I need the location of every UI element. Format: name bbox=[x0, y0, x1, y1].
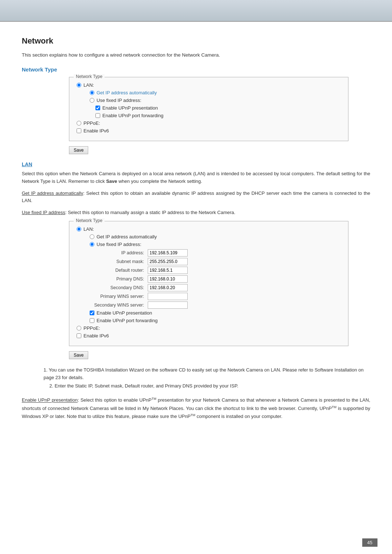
get-ip-auto-label-2: Get IP address automatically bbox=[97, 234, 157, 239]
secondary-wins-input[interactable] bbox=[148, 301, 188, 309]
enable-upnp-group: Enable UPnP presentation bbox=[95, 105, 341, 111]
use-fixed-ip-label-2: Use fixed IP address: bbox=[97, 242, 141, 247]
enable-upnp-group-2: Enable UPnP presentation bbox=[90, 310, 341, 316]
use-fixed-ip-group-2: Use fixed IP address: bbox=[90, 242, 341, 247]
upnp-text-1: : Select this option to enable UPnP bbox=[78, 398, 152, 403]
pppoe-radio-group: PPPoE: bbox=[77, 120, 341, 126]
secondary-dns-label: Secondary DNS: bbox=[90, 285, 148, 290]
enable-upnp-port-checkbox-2[interactable] bbox=[90, 318, 94, 323]
secondary-dns-row: Secondary DNS: bbox=[90, 284, 341, 291]
lan-radio-2[interactable] bbox=[77, 227, 81, 231]
pppoe-radio-group-2: PPPoE: bbox=[77, 325, 341, 331]
upnp-tm-3: TM bbox=[191, 413, 195, 417]
get-ip-link: Get IP address automatically bbox=[22, 190, 83, 196]
get-ip-auto-label: Get IP address automatically bbox=[97, 90, 157, 95]
pppoe-label-2: PPPoE: bbox=[83, 325, 100, 331]
top-bar bbox=[0, 0, 392, 22]
enable-ipv6-group: Enable IPv6 bbox=[77, 128, 341, 134]
pppoe-radio-2[interactable] bbox=[77, 326, 81, 331]
note-1-text: 1. You can use the TOSHIBA Installation … bbox=[44, 367, 364, 380]
enable-upnp-checkbox[interactable] bbox=[95, 106, 100, 110]
use-fixed-link: Use fixed IP address bbox=[22, 210, 65, 215]
lan-label-2: LAN: bbox=[83, 226, 94, 232]
lan-radio-group: LAN: bbox=[77, 82, 341, 88]
enable-upnp-checkbox-2[interactable] bbox=[90, 311, 94, 315]
lan-label: LAN: bbox=[83, 82, 94, 88]
pppoe-label: PPPoE: bbox=[83, 120, 100, 126]
ip-address-input[interactable] bbox=[148, 249, 188, 257]
enable-upnp-label-2: Enable UPnP presentation bbox=[97, 310, 152, 316]
note-2: 2. Enter the Static IP, Subnet mask, Def… bbox=[44, 382, 370, 390]
get-ip-description: Get IP address automatically: Select thi… bbox=[22, 190, 370, 205]
intro-text: This section explains how to configure a… bbox=[22, 52, 370, 58]
network-type-box-1: Network Type LAN: Get IP address automat… bbox=[69, 77, 348, 141]
get-ip-auto-radio[interactable] bbox=[90, 90, 94, 95]
network-type-box-2: Network Type LAN: Get IP address automat… bbox=[69, 221, 348, 346]
enable-upnp-port-checkbox[interactable] bbox=[95, 113, 100, 118]
save-button-1[interactable]: Save bbox=[69, 146, 88, 154]
subnet-mask-row: Subnet mask: bbox=[90, 258, 341, 265]
notes-list: 1. You can use the TOSHIBA Installation … bbox=[44, 366, 370, 390]
lan-description: Select this option when the Network Came… bbox=[22, 170, 370, 185]
pppoe-radio[interactable] bbox=[77, 121, 81, 126]
enable-upnp-port-label-2: Enable UPnP port forwarding bbox=[97, 318, 158, 323]
use-fixed-ip-radio[interactable] bbox=[90, 98, 94, 103]
subnet-mask-input[interactable] bbox=[148, 258, 188, 265]
page-title: Network bbox=[22, 36, 370, 46]
page-number: 45 bbox=[362, 538, 377, 547]
enable-upnp-port-group-2: Enable UPnP port forwarding bbox=[90, 318, 341, 323]
use-fixed-ip-label: Use fixed IP address: bbox=[97, 98, 141, 103]
enable-ipv6-checkbox-2[interactable] bbox=[77, 333, 81, 338]
use-fixed-ip-group: Use fixed IP address: bbox=[90, 98, 341, 103]
box-legend-2: Network Type bbox=[74, 218, 105, 223]
primary-dns-input[interactable] bbox=[148, 275, 188, 283]
upnp-description: Enable UPnP presentation: Select this op… bbox=[22, 396, 370, 420]
upnp-text-4: component is installed on your computer. bbox=[195, 414, 282, 419]
get-ip-auto-radio-2[interactable] bbox=[90, 234, 94, 239]
secondary-dns-input[interactable] bbox=[148, 284, 188, 291]
enable-ipv6-checkbox[interactable] bbox=[77, 128, 81, 133]
use-fixed-ip-radio-2[interactable] bbox=[90, 242, 94, 247]
enable-ipv6-label-2: Enable IPv6 bbox=[83, 333, 109, 338]
upnp-link: Enable UPnP presentation bbox=[22, 398, 78, 403]
box-legend-1: Network Type bbox=[74, 74, 105, 79]
use-fixed-desc: : Select this option to manually assign … bbox=[65, 210, 236, 215]
ip-address-label: IP address: bbox=[90, 250, 148, 255]
default-router-row: Default router: bbox=[90, 267, 341, 274]
enable-upnp-label: Enable UPnP presentation bbox=[102, 105, 158, 111]
note-2-text: 2. Enter the Static IP, Subnet mask, Def… bbox=[49, 383, 238, 389]
enable-upnp-port-group: Enable UPnP port forwarding bbox=[95, 113, 341, 118]
get-ip-auto-group: Get IP address automatically bbox=[90, 90, 341, 95]
subnet-mask-label: Subnet mask: bbox=[90, 259, 148, 264]
secondary-wins-label: Secondary WINS server: bbox=[90, 303, 148, 308]
lan-radio[interactable] bbox=[77, 83, 81, 87]
primary-wins-input[interactable] bbox=[148, 293, 188, 300]
network-type-heading: Network Type bbox=[22, 66, 370, 73]
note-1: 1. You can use the TOSHIBA Installation … bbox=[44, 366, 370, 382]
upnp-tm-1: TM bbox=[152, 397, 156, 401]
ip-fields-table: IP address: Subnet mask: Default router:… bbox=[90, 249, 341, 309]
primary-wins-row: Primary WINS server: bbox=[90, 293, 341, 300]
enable-ipv6-label: Enable IPv6 bbox=[83, 128, 109, 134]
get-ip-auto-group-2: Get IP address automatically bbox=[90, 234, 341, 239]
enable-upnp-port-label: Enable UPnP port forwarding bbox=[102, 113, 163, 118]
lan-heading: LAN bbox=[22, 161, 370, 167]
default-router-input[interactable] bbox=[148, 267, 188, 274]
upnp-tm-2: TM bbox=[332, 405, 336, 409]
primary-wins-label: Primary WINS server: bbox=[90, 294, 148, 299]
ip-address-row: IP address: bbox=[90, 249, 341, 257]
save-button-2[interactable]: Save bbox=[69, 351, 88, 359]
use-fixed-description: Use fixed IP address: Select this option… bbox=[22, 209, 370, 217]
secondary-wins-row: Secondary WINS server: bbox=[90, 301, 341, 309]
primary-dns-label: Primary DNS: bbox=[90, 276, 148, 282]
enable-ipv6-group-2: Enable IPv6 bbox=[77, 333, 341, 338]
lan-radio-group-2: LAN: bbox=[77, 226, 341, 232]
primary-dns-row: Primary DNS: bbox=[90, 275, 341, 283]
default-router-label: Default router: bbox=[90, 268, 148, 273]
